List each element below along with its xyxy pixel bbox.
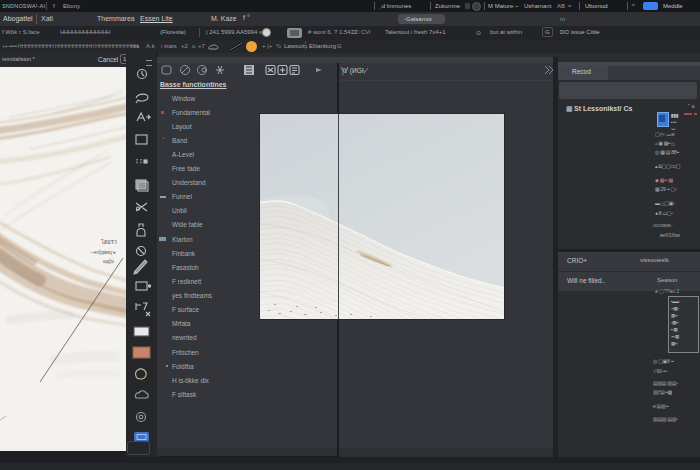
svg-text:шдўо: шдўо — [103, 258, 114, 264]
svg-text:โดยรว: โดยรว — [101, 238, 117, 245]
svg-text:∼нлўдівіку∗: ∼нлўдівіку∗ — [90, 249, 116, 255]
